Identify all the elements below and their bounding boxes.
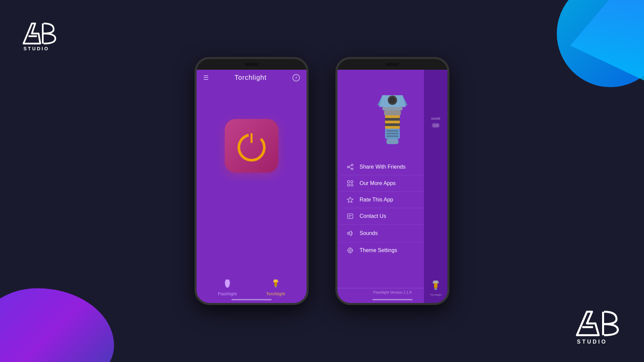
svg-rect-15 [274, 282, 277, 283]
svg-marker-13 [273, 280, 278, 282]
home-indicator-1 [231, 299, 272, 300]
svg-rect-40 [347, 181, 350, 183]
svg-line-38 [349, 165, 352, 167]
svg-rect-60 [434, 286, 437, 287]
svg-rect-18 [275, 286, 277, 288]
sidebar-torchlight-nav: Torchlight [430, 280, 441, 296]
phone-1-camera [245, 63, 258, 66]
home-indicator-2 [372, 299, 413, 300]
nav-flashlight[interactable]: Flashlight [218, 279, 237, 296]
svg-rect-2 [42, 23, 44, 44]
sidebar-torchlight-label: Torchlight [430, 293, 441, 296]
nav-torchlight-label: Torchlight [266, 292, 285, 296]
flashlight-nav-icon [223, 279, 232, 290]
svg-rect-58 [434, 283, 437, 284]
share-icon [346, 164, 354, 170]
svg-rect-57 [434, 283, 437, 288]
svg-rect-10 [225, 280, 229, 282]
svg-point-51 [349, 249, 351, 251]
power-button-area [197, 119, 307, 173]
phone-2-notch [337, 59, 447, 70]
svg-marker-56 [432, 281, 439, 283]
grid-icon [346, 180, 354, 187]
svg-marker-11 [225, 282, 230, 286]
phone-1: ☰ Torchlight i [195, 57, 309, 305]
svg-rect-29 [385, 126, 400, 129]
svg-rect-34 [386, 139, 398, 144]
svg-text:STUDIO: STUDIO [23, 46, 49, 50]
nav-flashlight-label: Flashlight [218, 292, 237, 296]
phone-1-header: ☰ Torchlight i [197, 70, 307, 85]
svg-rect-42 [347, 184, 350, 186]
svg-point-36 [352, 168, 353, 170]
svg-marker-44 [347, 197, 353, 202]
svg-rect-16 [274, 284, 277, 284]
svg-rect-21 [382, 107, 402, 110]
app-title: Torchlight [234, 74, 267, 81]
contact-icon [346, 213, 354, 220]
svg-rect-28 [385, 123, 400, 126]
sidebar-torch-icon [432, 280, 440, 292]
phone-2-camera [386, 63, 399, 66]
nav-torchlight[interactable]: Torchlight [266, 279, 285, 296]
svg-rect-6 [602, 312, 604, 335]
svg-text:STUDIO: STUDIO [577, 339, 607, 345]
svg-rect-17 [274, 285, 277, 286]
svg-rect-45 [347, 214, 353, 219]
svg-marker-49 [349, 231, 351, 236]
bottom-nav: Flashlight Torchlight [197, 279, 307, 296]
svg-point-24 [389, 97, 396, 104]
phone-1-screen: ☰ Torchlight i [197, 70, 307, 303]
svg-point-37 [347, 166, 349, 168]
svg-rect-43 [351, 184, 353, 186]
sound-icon [346, 230, 354, 237]
hamburger-menu-icon[interactable]: ☰ [203, 74, 209, 81]
svg-point-35 [352, 164, 353, 166]
sidebar-peek-text: ounds [431, 117, 440, 120]
svg-rect-25 [385, 115, 400, 118]
star-icon [346, 196, 354, 203]
power-button[interactable] [225, 119, 278, 173]
theme-icon [346, 247, 354, 254]
ab-studio-logo-bottom-right: STUDIO [570, 305, 627, 345]
svg-rect-41 [351, 181, 353, 183]
phone-1-notch [197, 59, 307, 70]
svg-rect-59 [434, 285, 437, 285]
svg-rect-26 [385, 118, 400, 121]
svg-rect-32 [386, 133, 398, 134]
ab-studio-logo-top-left: STUDIO [17, 17, 64, 50]
flashlight-illustration [372, 88, 413, 152]
sidebar-peek-badge: 1.0 [432, 123, 440, 128]
info-icon[interactable]: i [292, 74, 300, 81]
svg-rect-27 [385, 121, 400, 123]
torchlight-nav-icon [271, 279, 280, 290]
power-icon [231, 126, 272, 166]
svg-rect-9 [251, 133, 253, 143]
svg-marker-4 [577, 312, 599, 335]
phone-2-screen: i [337, 70, 447, 303]
sidebar-peek: ounds 1.0 Torchlight [424, 70, 447, 303]
svg-marker-0 [23, 23, 40, 44]
svg-line-39 [349, 167, 352, 169]
svg-rect-12 [226, 286, 229, 288]
phones-container: ☰ Torchlight i [0, 0, 644, 362]
svg-rect-33 [386, 135, 398, 137]
svg-rect-61 [434, 288, 437, 290]
phone-2: i [335, 57, 449, 305]
svg-rect-22 [384, 110, 401, 115]
svg-rect-31 [386, 130, 398, 132]
svg-point-50 [348, 248, 353, 253]
menu-sounds-label: Sounds [360, 230, 419, 236]
